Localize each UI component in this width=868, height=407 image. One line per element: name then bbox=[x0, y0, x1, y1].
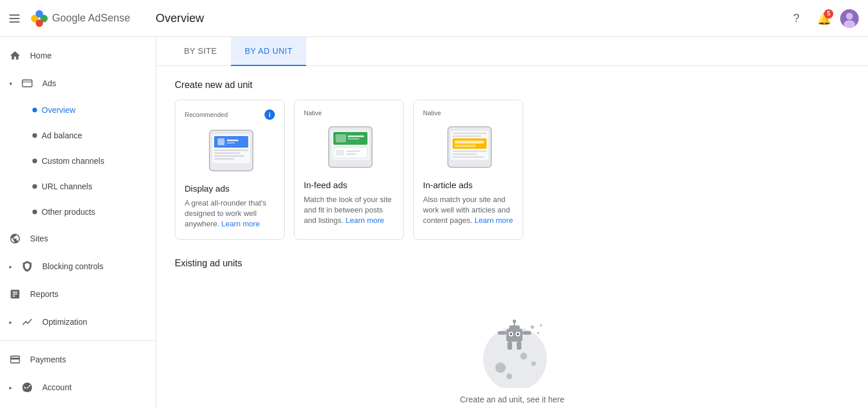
sidebar-label-reports: Reports bbox=[30, 289, 58, 299]
card-name-infeed: In-feed ads bbox=[304, 180, 394, 190]
sidebar-item-sites[interactable]: Sites bbox=[0, 225, 151, 252]
badge-label-infeed: Native bbox=[304, 109, 322, 116]
svg-rect-25 bbox=[333, 146, 367, 146]
svg-rect-17 bbox=[214, 155, 244, 157]
learn-more-inarticle[interactable]: Learn more bbox=[475, 216, 513, 225]
content-area: Create new ad unit Recommended i bbox=[156, 66, 868, 407]
sidebar-item-blocking-controls[interactable]: ▸ Blocking controls bbox=[0, 252, 151, 280]
reports-icon bbox=[9, 288, 21, 300]
svg-rect-13 bbox=[227, 140, 238, 141]
svg-rect-29 bbox=[346, 153, 356, 155]
expand-icon-optimization: ▸ bbox=[9, 319, 12, 325]
ad-card-infeed[interactable]: Native bbox=[294, 100, 404, 240]
badge-label-display: Recommended bbox=[185, 111, 228, 118]
topbar-left: Google AdSense Overview bbox=[9, 9, 204, 28]
sidebar-label-overview: Overview bbox=[42, 105, 75, 115]
svg-rect-39 bbox=[453, 156, 484, 158]
svg-rect-7 bbox=[23, 80, 32, 87]
home-icon bbox=[9, 50, 21, 61]
sidebar-item-ads[interactable]: ▾ Ads bbox=[0, 69, 151, 97]
sidebar-item-optimization[interactable]: ▸ Optimization bbox=[0, 308, 151, 336]
dot-ad-balance bbox=[32, 133, 37, 138]
svg-point-41 bbox=[495, 362, 506, 373]
topbar: Google AdSense Overview ? 🔔 5 bbox=[0, 0, 868, 37]
sidebar-item-overview[interactable]: Overview bbox=[32, 97, 156, 123]
sidebar-item-payments[interactable]: Payments bbox=[0, 346, 151, 373]
account-icon bbox=[21, 382, 33, 393]
existing-section-title: Existing ad units bbox=[175, 258, 849, 269]
svg-rect-56 bbox=[498, 331, 506, 335]
learn-more-display[interactable]: Learn more bbox=[222, 219, 260, 228]
svg-point-5 bbox=[846, 13, 853, 20]
tabs-bar: BY SITE BY AD UNIT bbox=[156, 37, 868, 66]
sidebar-item-ad-balance[interactable]: Ad balance bbox=[32, 123, 156, 148]
svg-rect-16 bbox=[214, 152, 240, 154]
card-img-inarticle bbox=[428, 121, 509, 173]
svg-point-45 bbox=[531, 325, 534, 329]
sidebar-label-custom-channels: Custom channels bbox=[42, 156, 104, 166]
card-img-display bbox=[189, 124, 270, 177]
card-badge-display: Recommended i bbox=[185, 109, 275, 120]
svg-rect-22 bbox=[336, 134, 346, 142]
svg-rect-57 bbox=[523, 331, 531, 335]
sidebar-label-ad-balance: Ad balance bbox=[42, 131, 82, 140]
menu-button[interactable] bbox=[9, 12, 23, 25]
card-desc-infeed: Match the look of your site and fit in b… bbox=[304, 195, 394, 226]
tab-by-site[interactable]: BY SITE bbox=[170, 37, 231, 66]
blocking-icon bbox=[21, 261, 33, 272]
svg-rect-38 bbox=[453, 153, 477, 155]
svg-point-55 bbox=[513, 320, 516, 323]
svg-point-46 bbox=[537, 332, 539, 334]
page-title: Overview bbox=[156, 12, 204, 25]
create-section-title: Create new ad unit bbox=[175, 80, 849, 90]
info-icon-display[interactable]: i bbox=[264, 109, 275, 120]
svg-rect-28 bbox=[346, 151, 360, 152]
notification-wrap: 🔔 5 bbox=[812, 7, 836, 30]
sidebar-item-account[interactable]: ▸ Account bbox=[0, 373, 151, 401]
sidebar-divider bbox=[0, 340, 156, 341]
svg-rect-36 bbox=[455, 145, 476, 147]
dot-url-channels bbox=[32, 184, 37, 189]
sidebar-item-feedback[interactable]: Feedback bbox=[0, 401, 151, 407]
svg-rect-35 bbox=[455, 141, 484, 144]
tab-by-ad-unit[interactable]: BY AD UNIT bbox=[231, 37, 307, 66]
card-badge-inarticle: Native bbox=[423, 109, 513, 116]
expand-icon-blocking: ▸ bbox=[9, 263, 12, 270]
sidebar-item-other-products[interactable]: Other products bbox=[32, 199, 156, 225]
dot-other-products bbox=[32, 210, 37, 214]
display-ad-illustration bbox=[192, 127, 267, 174]
svg-rect-23 bbox=[348, 135, 364, 137]
sidebar-item-reports[interactable]: Reports bbox=[0, 280, 151, 308]
ad-card-inarticle[interactable]: Native bbox=[413, 100, 523, 240]
sites-icon bbox=[9, 233, 21, 244]
sidebar-item-custom-channels[interactable]: Custom channels bbox=[32, 148, 156, 174]
sidebar-label-url-channels: URL channels bbox=[42, 182, 92, 191]
sidebar-item-home[interactable]: Home bbox=[0, 42, 151, 69]
sidebar-item-url-channels[interactable]: URL channels bbox=[32, 174, 156, 199]
empty-state-label: Create an ad unit, see it here bbox=[460, 395, 565, 404]
svg-rect-33 bbox=[453, 135, 481, 137]
user-avatar[interactable] bbox=[840, 9, 859, 28]
card-badge-infeed: Native bbox=[304, 109, 394, 116]
dot-custom-channels bbox=[32, 159, 37, 163]
svg-rect-53 bbox=[509, 325, 520, 330]
svg-rect-32 bbox=[453, 133, 487, 134]
svg-point-43 bbox=[531, 361, 536, 366]
help-button[interactable]: ? bbox=[785, 7, 808, 30]
expand-icon-ads: ▾ bbox=[9, 80, 12, 87]
ad-card-display[interactable]: Recommended i bbox=[175, 100, 285, 240]
card-img-infeed bbox=[308, 121, 389, 173]
svg-point-3 bbox=[36, 19, 43, 27]
dot-overview bbox=[32, 108, 37, 112]
moon-illustration bbox=[469, 301, 556, 388]
svg-point-47 bbox=[540, 324, 542, 327]
card-name-display: Display ads bbox=[185, 184, 275, 193]
notification-badge: 5 bbox=[824, 9, 833, 19]
notification-button[interactable]: 🔔 bbox=[812, 7, 836, 30]
expand-icon-account: ▸ bbox=[9, 384, 12, 391]
svg-rect-14 bbox=[227, 142, 235, 144]
svg-point-51 bbox=[510, 333, 512, 335]
svg-rect-27 bbox=[336, 150, 344, 156]
learn-more-infeed[interactable]: Learn more bbox=[345, 216, 384, 225]
adsense-logo-icon bbox=[30, 9, 49, 28]
